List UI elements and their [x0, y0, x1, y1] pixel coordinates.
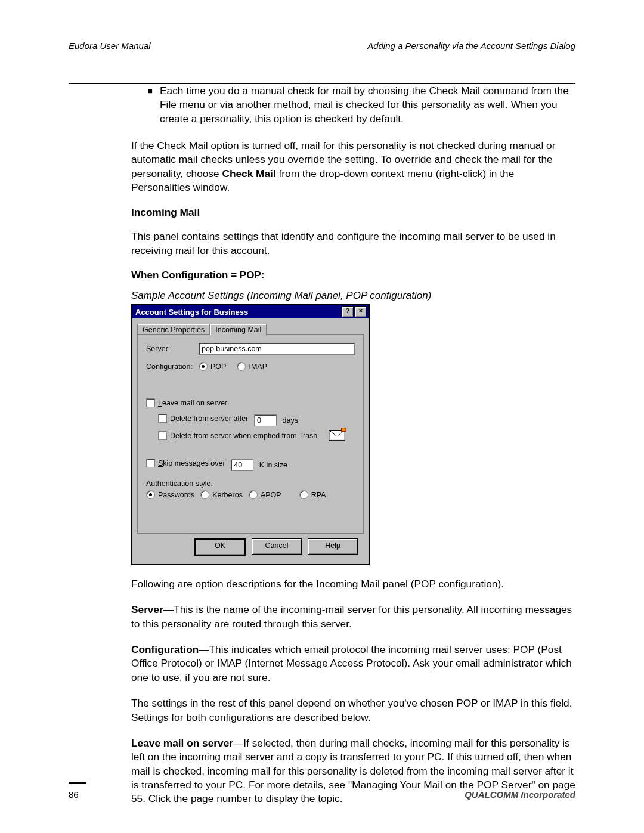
radio-dot-icon	[249, 490, 258, 499]
help-button[interactable]: ?	[342, 306, 354, 317]
tab-strip: Generic Properties Incoming Mail	[137, 323, 364, 335]
titlebar-buttons: ? ×	[342, 306, 367, 317]
accel: D	[170, 432, 175, 440]
server-input[interactable]	[199, 343, 355, 355]
row-configuration: Configuration: POP IMAP	[146, 362, 355, 371]
row-delete-trash: Delete from server when emptied from Tra…	[158, 431, 355, 442]
server-label: Server:	[146, 345, 199, 353]
checkbox-skip-messages[interactable]: Skip messages over	[146, 459, 225, 467]
accel: I	[249, 363, 250, 371]
tab-incoming-mail[interactable]: Incoming Mail	[210, 324, 267, 336]
delete-trash-label: Delete from server when emptied from Tra…	[170, 432, 317, 440]
accel: K	[212, 491, 217, 499]
skip-size-input[interactable]	[231, 459, 253, 471]
term-configuration: Configuration	[131, 643, 199, 655]
checkbox-icon	[158, 414, 167, 423]
auth-style-label: Authentication style:	[146, 479, 355, 488]
help-button[interactable]: Help	[308, 538, 358, 555]
paragraph-incoming-desc: This panel contains settings that identi…	[131, 230, 575, 258]
bullet-marker-icon: ■	[148, 84, 160, 126]
checkbox-icon	[146, 398, 155, 407]
checkbox-leave-mail[interactable]: Leave mail on server	[146, 398, 227, 407]
svg-rect-1	[342, 428, 346, 432]
paragraph-checkmail: If the Check Mail option is turned off, …	[131, 139, 575, 194]
delete-after-label: Delete from server after	[170, 414, 248, 423]
dialog-titlebar[interactable]: Account Settings for Business ? ×	[132, 305, 369, 318]
bullet-text: Each time you do a manual check for mail…	[160, 84, 575, 126]
radio-dot-icon	[200, 490, 209, 499]
header-right: Adding a Personality via the Account Set…	[367, 41, 575, 51]
checkbox-delete-after[interactable]: Delete from server after	[158, 414, 248, 423]
dialog-figure: Account Settings for Business ? × Generi…	[131, 304, 575, 565]
cancel-button[interactable]: Cancel	[252, 538, 302, 555]
radio-dot-icon	[237, 362, 246, 371]
checkbox-icon	[158, 431, 167, 440]
close-button[interactable]: ×	[355, 306, 367, 317]
paragraph-following: Following are option descriptions for th…	[131, 577, 575, 591]
radio-imap-label: IMAP	[249, 363, 267, 371]
auth-style-radios: Passwords Kerberos APOP	[146, 490, 355, 499]
accel: A	[261, 491, 265, 499]
radio-dot-icon	[199, 362, 208, 371]
header-left: Eudora User Manual	[69, 41, 151, 51]
corporation-name: QUALCOMM Incorporated	[465, 789, 575, 800]
passwords-label: Passwords	[158, 491, 194, 499]
accel: v	[157, 345, 161, 353]
skip-label: Skip messages over	[158, 459, 225, 467]
page-footer: 86 QUALCOMM Incorporated	[69, 782, 575, 800]
dialog-body: Generic Properties Incoming Mail Server:…	[132, 318, 369, 564]
radio-dot-icon	[146, 490, 155, 499]
accel: S	[158, 459, 163, 467]
tab-panel-incoming: Server: Configuration: POP	[137, 334, 364, 534]
leave-mail-label: Leave mail on server	[158, 399, 227, 407]
configuration-label: Configuration:	[146, 363, 199, 371]
k-in-size-label: K in size	[259, 461, 287, 469]
heading-when-pop: When Configuration = POP:	[131, 270, 575, 281]
apop-label: APOP	[261, 491, 281, 499]
radio-pop[interactable]: POP	[199, 362, 226, 371]
bold-check-mail: Check Mail	[222, 168, 275, 179]
radio-imap[interactable]: IMAP	[237, 362, 267, 371]
row-delete-after: Delete from server after days	[158, 414, 355, 426]
paragraph-configuration: Configuration—This indicates which email…	[131, 643, 575, 685]
manual-page: Eudora User Manual Adding a Personality …	[0, 0, 644, 833]
paragraph-depend: The settings in the rest of this panel d…	[131, 696, 575, 724]
page-number: 86	[69, 789, 79, 800]
term-leave-mail: Leave mail on server	[131, 737, 233, 749]
checkbox-icon	[146, 459, 155, 467]
accel: R	[311, 491, 317, 499]
radio-passwords[interactable]: Passwords	[146, 490, 194, 499]
page-header: Eudora User Manual Adding a Personality …	[69, 41, 575, 51]
row-leave-mail: Leave mail on server	[146, 398, 355, 409]
radio-apop[interactable]: APOP	[249, 490, 281, 499]
heading-incoming-mail: Incoming Mail	[131, 206, 575, 219]
kerberos-label: Kerberos	[212, 491, 243, 499]
delete-days-input[interactable]	[254, 414, 277, 426]
checkbox-delete-trash[interactable]: Delete from server when emptied from Tra…	[158, 431, 317, 440]
rpa-label: RPA	[311, 491, 326, 499]
paragraph-server: Server—This is the name of the incoming-…	[131, 603, 575, 631]
days-label: days	[283, 416, 298, 425]
accel: w	[175, 491, 180, 499]
figure-caption: Sample Account Settings (Incoming Mail p…	[131, 290, 575, 302]
footer-row: 86 QUALCOMM Incorporated	[69, 789, 575, 800]
radio-pop-label: POP	[210, 363, 226, 371]
body-content: ■ Each time you do a manual check for ma…	[131, 84, 575, 806]
dialog-title: Account Settings for Business	[135, 308, 342, 317]
radio-rpa[interactable]: RPA	[299, 490, 326, 499]
dialog-button-row: OK Cancel Help	[137, 534, 364, 558]
row-server: Server:	[146, 343, 355, 355]
mail-envelope-icon	[329, 427, 346, 442]
radio-kerberos[interactable]: Kerberos	[200, 490, 243, 499]
account-settings-dialog: Account Settings for Business ? × Generi…	[131, 304, 370, 565]
footer-rule	[69, 782, 86, 784]
accel: P	[210, 363, 215, 371]
ok-button[interactable]: OK	[194, 538, 246, 556]
text: —This is the name of the incoming-mail s…	[131, 603, 572, 629]
term-server: Server	[131, 603, 163, 615]
accel: L	[158, 399, 162, 407]
accel: e	[175, 414, 179, 423]
bullet-paragraph: ■ Each time you do a manual check for ma…	[148, 84, 575, 126]
configuration-radios: POP IMAP	[199, 362, 267, 371]
row-skip-messages: Skip messages over K in size	[146, 459, 355, 471]
